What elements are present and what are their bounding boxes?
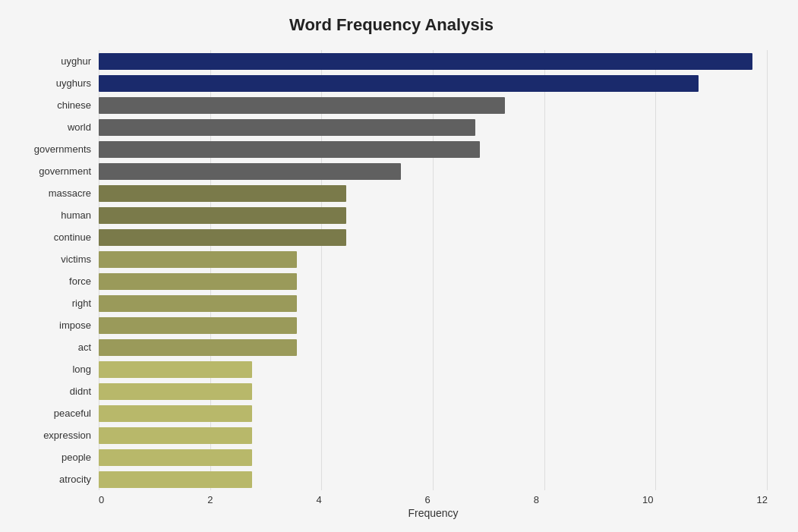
bar <box>99 427 252 444</box>
y-label: massacre <box>49 188 91 198</box>
x-tick: 6 <box>425 494 431 505</box>
bar <box>99 273 297 290</box>
bar <box>99 163 401 180</box>
y-label: act <box>78 342 91 352</box>
bar <box>99 53 752 70</box>
chart-container: Word Frequency Analysis uyghuruyghurschi… <box>0 0 798 532</box>
bar <box>99 229 346 246</box>
bar <box>99 185 346 202</box>
y-label: victims <box>61 254 91 264</box>
x-axis-area: 024681012 Frequency <box>99 494 768 519</box>
y-label: impose <box>59 320 91 330</box>
y-axis-labels: uyghuruyghurschineseworldgovernmentsgove… <box>15 50 99 490</box>
bar <box>99 75 699 92</box>
y-label: continue <box>54 232 91 242</box>
bar-row <box>99 314 768 336</box>
x-axis-ticks: 024681012 <box>99 494 768 505</box>
bar-row <box>99 358 768 380</box>
bar-row <box>99 226 768 248</box>
bar <box>99 295 297 312</box>
y-label: peaceful <box>54 408 91 418</box>
y-label: expression <box>43 430 91 440</box>
bar <box>99 119 475 136</box>
y-label: human <box>61 210 91 220</box>
x-label-container: Frequency <box>99 507 768 519</box>
bar <box>99 383 252 400</box>
x-tick: 12 <box>756 494 767 505</box>
chart-title: Word Frequency Analysis <box>15 15 768 35</box>
x-tick: 10 <box>642 494 653 505</box>
bar-row <box>99 204 768 226</box>
bar-row <box>99 270 768 292</box>
bar-row <box>99 402 768 424</box>
bar-row <box>99 468 768 490</box>
y-label: people <box>62 452 91 462</box>
y-label: right <box>72 298 91 308</box>
y-label: didnt <box>70 386 91 396</box>
bar-row <box>99 50 768 72</box>
y-label: long <box>72 364 91 374</box>
bar <box>99 207 346 224</box>
bar-row <box>99 94 768 116</box>
y-label: atrocity <box>59 474 91 484</box>
chart-area: uyghuruyghurschineseworldgovernmentsgove… <box>15 50 768 490</box>
bar <box>99 361 252 378</box>
bar <box>99 141 480 158</box>
y-label: uyghurs <box>56 78 91 88</box>
y-label: governments <box>34 144 91 154</box>
bar-row <box>99 138 768 160</box>
y-label: uyghur <box>61 56 91 66</box>
y-label: chinese <box>57 100 91 110</box>
bar <box>99 471 252 488</box>
bar-row <box>99 182 768 204</box>
bar-row <box>99 160 768 182</box>
bar-row <box>99 446 768 468</box>
bar-row <box>99 72 768 94</box>
bar-row <box>99 424 768 446</box>
bar-row <box>99 116 768 138</box>
x-tick: 2 <box>207 494 213 505</box>
bar-row <box>99 336 768 358</box>
bar <box>99 405 252 422</box>
bar-row <box>99 248 768 270</box>
bar <box>99 251 297 268</box>
bar <box>99 339 297 356</box>
x-axis-label: Frequency <box>408 507 458 519</box>
bars-and-grid <box>99 50 768 490</box>
x-tick: 0 <box>99 494 104 505</box>
x-tick: 8 <box>534 494 539 505</box>
y-label: force <box>69 276 91 286</box>
bar <box>99 317 297 334</box>
y-label: government <box>39 166 91 176</box>
bar-row <box>99 380 768 402</box>
bar <box>99 97 505 114</box>
x-tick: 4 <box>316 494 321 505</box>
y-label: world <box>68 122 91 132</box>
bar <box>99 449 252 466</box>
bars-wrapper <box>99 50 768 490</box>
bar-row <box>99 292 768 314</box>
